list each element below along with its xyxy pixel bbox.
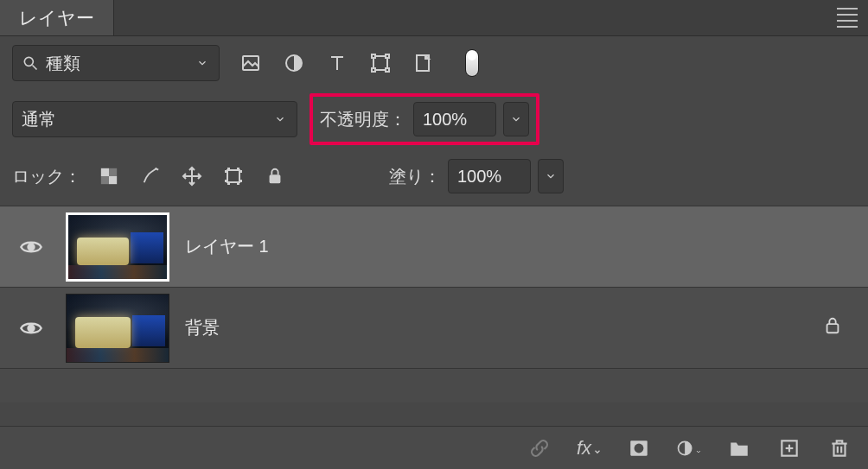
visibility-toggle[interactable]	[19, 235, 43, 259]
layer-name[interactable]: 背景	[185, 316, 220, 339]
svg-rect-13	[109, 176, 117, 184]
svg-point-0	[24, 57, 33, 66]
opacity-label: 不透明度：	[320, 108, 406, 131]
blend-mode-label: 通常	[22, 108, 56, 131]
fx-icon[interactable]: fx	[577, 435, 602, 461]
lock-transparent-icon[interactable]	[97, 164, 121, 188]
panel-menu-button[interactable]	[827, 0, 868, 35]
svg-rect-30	[827, 324, 839, 333]
opacity-value-text: 100%	[423, 110, 467, 130]
trash-icon[interactable]	[827, 435, 852, 461]
svg-point-28	[29, 244, 35, 250]
shape-icon[interactable]	[368, 51, 393, 75]
lock-row: ロック： 塗り： 100%	[0, 154, 868, 206]
layer-row[interactable]: レイヤー 1	[0, 206, 868, 287]
panel-tab-bar: レイヤー	[0, 0, 868, 36]
layer-name[interactable]: レイヤー 1	[185, 235, 269, 258]
fill-adjust-icon[interactable]	[676, 435, 702, 461]
svg-rect-10	[386, 68, 389, 72]
svg-point-32	[635, 443, 644, 453]
lock-position-icon[interactable]	[180, 164, 204, 188]
lock-image-icon[interactable]	[138, 164, 163, 188]
svg-rect-18	[227, 170, 239, 182]
svg-rect-7	[372, 54, 375, 58]
svg-rect-14	[109, 168, 117, 176]
svg-rect-15	[101, 176, 109, 184]
filter-toggle-switch[interactable]	[465, 49, 479, 77]
layer-filter-row: 種類	[0, 36, 868, 90]
adjust-icon[interactable]	[282, 51, 306, 75]
opacity-value-input[interactable]: 100%	[413, 102, 496, 136]
filter-type-select[interactable]: 種類	[12, 45, 220, 81]
svg-rect-27	[270, 174, 281, 183]
new-layer-icon[interactable]	[776, 435, 802, 461]
group-icon[interactable]	[726, 435, 752, 461]
lock-all-icon[interactable]	[263, 164, 287, 188]
text-icon[interactable]	[325, 51, 349, 75]
tab-layers-label: レイヤー	[19, 6, 94, 30]
svg-line-1	[33, 66, 37, 70]
lock-indicator-icon[interactable]	[823, 316, 847, 340]
fill-group: 塗り： 100%	[389, 159, 564, 193]
visibility-toggle[interactable]	[19, 316, 43, 340]
mask-icon[interactable]	[626, 435, 652, 461]
fill-dropdown-button[interactable]	[538, 159, 564, 193]
tab-layers[interactable]: レイヤー	[0, 0, 114, 35]
fill-value-text: 100%	[457, 167, 501, 187]
blend-mode-select[interactable]: 通常	[12, 101, 297, 137]
panel-footer: fx	[0, 426, 868, 469]
chevron-down-icon	[272, 113, 288, 125]
lock-icons	[97, 164, 287, 188]
search-icon	[22, 54, 39, 72]
lock-artboard-icon[interactable]	[221, 164, 246, 188]
chevron-down-icon	[195, 57, 210, 69]
opacity-dropdown-button[interactable]	[503, 102, 529, 136]
svg-rect-12	[101, 168, 109, 176]
layers-list: レイヤー 1 背景	[0, 206, 868, 402]
hamburger-icon	[837, 8, 858, 28]
blend-opacity-row: 通常 不透明度： 100%	[0, 90, 868, 154]
svg-rect-9	[372, 68, 375, 72]
filter-icon-strip	[239, 49, 479, 77]
layer-row[interactable]: 背景	[0, 287, 868, 368]
image-icon[interactable]	[239, 51, 263, 75]
smartobject-icon[interactable]	[412, 51, 436, 75]
layers-empty-area	[0, 368, 868, 402]
fill-label: 塗り：	[389, 165, 441, 188]
fill-value-input[interactable]: 100%	[448, 159, 531, 193]
layer-thumbnail[interactable]	[66, 212, 169, 282]
layer-thumbnail[interactable]	[66, 294, 169, 363]
filter-type-label: 種類	[46, 52, 80, 75]
svg-rect-8	[386, 54, 389, 58]
opacity-highlight: 不透明度： 100%	[310, 93, 539, 145]
lock-label: ロック：	[12, 165, 81, 188]
link-icon	[527, 435, 552, 461]
svg-point-29	[29, 325, 35, 331]
